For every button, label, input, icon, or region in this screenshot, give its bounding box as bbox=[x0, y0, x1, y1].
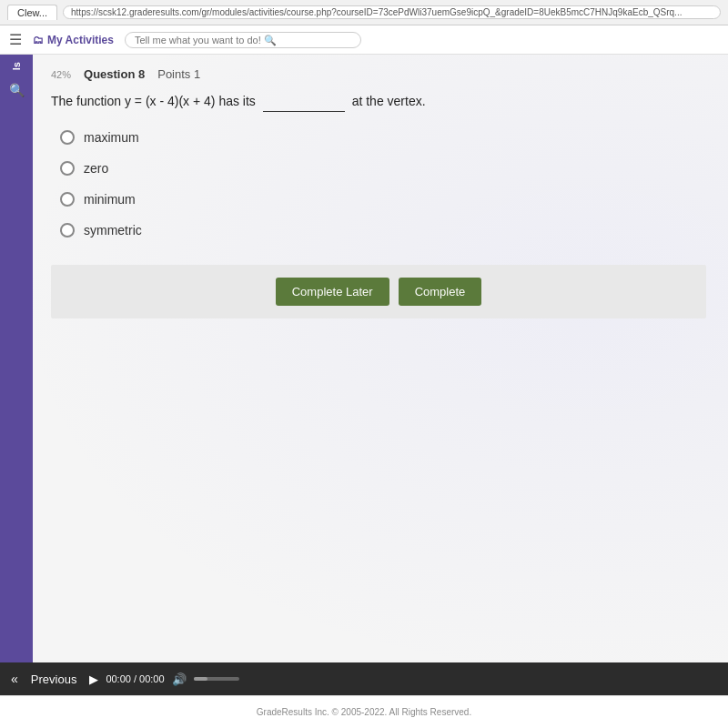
question-blank bbox=[263, 92, 345, 112]
option-minimum[interactable]: minimum bbox=[60, 192, 706, 207]
audio-progress-fill bbox=[194, 677, 207, 681]
toolbar: ☰ 🗂 My Activities bbox=[0, 25, 728, 55]
audio-progress-bar[interactable] bbox=[194, 677, 239, 681]
option-minimum-label: minimum bbox=[84, 192, 136, 207]
volume-icon[interactable]: 🔊 bbox=[172, 672, 187, 686]
menu-icon[interactable]: ☰ bbox=[9, 31, 22, 48]
question-header: 42% Question 8 Points 1 bbox=[51, 67, 706, 81]
my-activities-label: My Activities bbox=[47, 34, 114, 46]
question-number: Question 8 bbox=[84, 67, 145, 81]
question-text: The function y = (x - 4)(x + 4) has its … bbox=[51, 92, 706, 112]
options-list: maximum zero minimum symmetric bbox=[60, 130, 706, 238]
sidebar-search-icon[interactable]: 🔍 bbox=[9, 83, 25, 97]
option-symmetric[interactable]: symmetric bbox=[60, 223, 706, 238]
time-display: 00:00 / 00:00 bbox=[106, 673, 164, 684]
main-layout: ls 🔍 42% Question 8 Points 1 The functio… bbox=[0, 55, 728, 662]
my-activities-button[interactable]: 🗂 My Activities bbox=[33, 34, 114, 46]
media-controls: ▶ 00:00 / 00:00 🔊 bbox=[89, 672, 238, 686]
browser-tab[interactable]: Clew... bbox=[7, 5, 57, 20]
main-content: 42% Question 8 Points 1 The function y =… bbox=[33, 55, 728, 662]
activities-icon: 🗂 bbox=[33, 34, 44, 46]
radio-symmetric[interactable] bbox=[60, 223, 75, 238]
footer: GradeResults Inc. © 2005-2022. All Right… bbox=[0, 695, 728, 728]
question-text-before: The function y = (x - 4)(x + 4) has its bbox=[51, 94, 256, 108]
previous-button[interactable]: Previous bbox=[31, 672, 77, 686]
question-text-after: at the vertex. bbox=[352, 94, 426, 108]
browser-bar: Clew... https://scsk12.graderesults.com/… bbox=[0, 0, 728, 25]
option-maximum[interactable]: maximum bbox=[60, 130, 706, 145]
sidebar-label: ls bbox=[11, 62, 22, 70]
address-bar: https://scsk12.graderesults.com/gr/modul… bbox=[63, 5, 721, 19]
option-maximum-label: maximum bbox=[84, 130, 139, 145]
search-input[interactable] bbox=[125, 32, 361, 48]
complete-later-button[interactable]: Complete Later bbox=[276, 278, 389, 306]
option-zero[interactable]: zero bbox=[60, 161, 706, 176]
option-zero-label: zero bbox=[84, 161, 108, 176]
sidebar: ls 🔍 bbox=[0, 55, 33, 662]
play-icon[interactable]: ▶ bbox=[89, 672, 98, 686]
question-points: Points 1 bbox=[157, 67, 200, 81]
radio-zero[interactable] bbox=[60, 161, 75, 176]
option-symmetric-label: symmetric bbox=[84, 223, 142, 238]
complete-button[interactable]: Complete bbox=[399, 278, 482, 306]
double-chevron-left-icon: « bbox=[11, 672, 18, 686]
action-area: Complete Later Complete bbox=[51, 265, 706, 318]
radio-maximum[interactable] bbox=[60, 130, 75, 145]
radio-minimum[interactable] bbox=[60, 192, 75, 207]
footer-text: GradeResults Inc. © 2005-2022. All Right… bbox=[257, 707, 471, 717]
progress-badge: 42% bbox=[51, 69, 71, 80]
bottom-bar: « Previous ▶ 00:00 / 00:00 🔊 bbox=[0, 662, 728, 695]
previous-label: Previous bbox=[31, 672, 77, 686]
